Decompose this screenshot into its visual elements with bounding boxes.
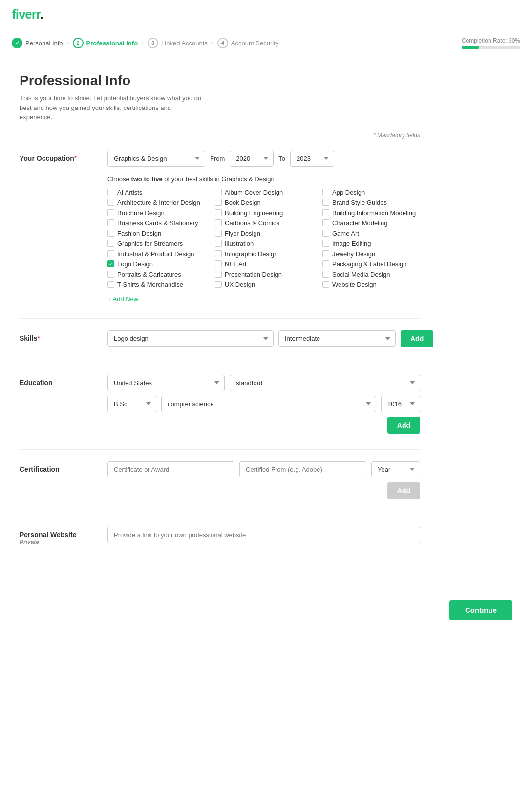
skill-checkbox-image-editing[interactable] (322, 240, 329, 247)
to-year-select[interactable]: 20152016201720182019 2020202120222023 (290, 151, 334, 167)
education-add-row: Add (107, 417, 420, 434)
skill-checkbox-fashion-design[interactable] (107, 230, 114, 237)
skill-checkbox-architecture-interior-design[interactable] (107, 199, 114, 206)
skill-checkbox-illustration[interactable] (215, 240, 222, 247)
skill-checkbox-t-shirts-merchandise[interactable] (107, 281, 114, 288)
skill-label-flyer-design: Flyer Design (225, 230, 260, 237)
skill-label-infographic-design: Infographic Design (225, 250, 277, 258)
cert-year-select[interactable]: Year 2015201620172018 201920202021202220… (371, 461, 420, 477)
step4-num: 4 (217, 38, 228, 48)
occupation-label: Your Occupation* (20, 151, 98, 162)
skill-checkbox-building-engineering[interactable] (215, 209, 222, 216)
skill-checkbox-character-modeling[interactable] (322, 219, 329, 226)
skill-label-app-design: App Design (332, 189, 365, 196)
website-content (107, 527, 420, 543)
website-input[interactable] (107, 527, 420, 543)
education-label: Education (20, 375, 98, 387)
skill-checkbox-ux-design[interactable] (215, 281, 222, 288)
skills-grid: AI ArtistsAlbum Cover DesignApp DesignAr… (107, 189, 420, 288)
skill-label-t-shirts-merchandise: T-Shirts & Merchandise (117, 281, 183, 288)
skill-checkbox-game-art[interactable] (322, 230, 329, 237)
skill-item-ai-artists: AI Artists (107, 189, 205, 196)
website-label-text: Personal Website (20, 531, 98, 539)
skill-checkbox-ai-artists[interactable] (107, 189, 114, 195)
continue-row: Continue (0, 590, 532, 630)
skill-label-album-cover-design: Album Cover Design (225, 189, 283, 196)
education-year-select[interactable]: 2010201120122013 201420152016 2017201820… (381, 396, 420, 412)
skill-item-social-media-design: Social Media Design (322, 271, 420, 278)
skill-checkbox-industrial-product-design[interactable] (107, 250, 114, 257)
skills-input-row: Logo design Illustration Branding Typogr… (107, 330, 433, 347)
skill-level-select[interactable]: Beginner Intermediate Expert (278, 330, 396, 347)
education-country-select[interactable]: United States United Kingdom Canada Aust… (107, 375, 225, 391)
skill-label-book-design: Book Design (225, 199, 261, 206)
from-year-select[interactable]: 20152016201720182019 2020202120222023 (230, 151, 274, 167)
education-university-select[interactable]: standford Harvard MIT (230, 375, 420, 391)
step-personal-info[interactable]: ✓ Personal Info (12, 38, 63, 48)
skill-checkbox-website-design[interactable] (322, 281, 329, 288)
cert-name-input[interactable] (107, 461, 234, 477)
skill-label-business-cards-stationery: Business Cards & Stationery (117, 219, 198, 227)
main-content: Professional Info This is your time to s… (0, 57, 440, 590)
skill-label-cartoons-comics: Cartoons & Comics (225, 219, 279, 227)
step-linked-accounts[interactable]: 3 Linked Accounts (148, 38, 208, 48)
add-new-skill[interactable]: + Add New (107, 295, 138, 303)
skill-checkbox-presentation-design[interactable] (215, 271, 222, 278)
skill-checkbox-portraits-caricatures[interactable] (107, 271, 114, 278)
steps-bar: ✓ Personal Info › 2 Professional Info › … (0, 29, 532, 57)
skill-checkbox-logo-design[interactable] (107, 260, 114, 267)
skill-checkbox-brochure-design[interactable] (107, 209, 114, 216)
mandatory-note: * Mandatory fields (20, 132, 420, 139)
skill-item-building-engineering: Building Engineering (215, 209, 313, 217)
skill-checkbox-packaging-label-design[interactable] (322, 260, 329, 267)
skill-checkbox-graphics-for-streamers[interactable] (107, 240, 114, 247)
step3-label: Linked Accounts (161, 40, 208, 47)
education-add-button[interactable]: Add (387, 417, 420, 434)
skill-select[interactable]: Logo design Illustration Branding Typogr… (107, 330, 274, 347)
page-title: Professional Info (20, 73, 420, 88)
skill-checkbox-cartoons-comics[interactable] (215, 219, 222, 226)
cert-add-button[interactable]: Add (387, 482, 420, 499)
certification-section: Certification Year 2015201620172018 2019… (20, 461, 420, 499)
education-major-select[interactable]: compter science Software Engineering Inf… (161, 396, 376, 412)
skills-add-button[interactable]: Add (401, 330, 433, 347)
skill-label-building-information-modeling: Building Information Modeling (332, 209, 416, 217)
skill-checkbox-nft-art[interactable] (215, 260, 222, 267)
divider-3 (20, 449, 420, 450)
skill-checkbox-flyer-design[interactable] (215, 230, 222, 237)
skill-label-jewelry-design: Jewelry Design (332, 250, 375, 258)
personal-website-section: Personal Website Private (20, 527, 420, 545)
education-row1: United States United Kingdom Canada Aust… (107, 375, 420, 391)
skill-checkbox-jewelry-design[interactable] (322, 250, 329, 257)
skill-label-character-modeling: Character Modeling (332, 219, 387, 227)
cert-from-input[interactable] (239, 461, 366, 477)
skill-item-website-design: Website Design (322, 281, 420, 288)
occupation-select[interactable]: Graphics & Design Digital Marketing Writ… (107, 151, 205, 167)
skill-item-character-modeling: Character Modeling (322, 219, 420, 227)
skill-checkbox-business-cards-stationery[interactable] (107, 219, 114, 226)
skill-checkbox-brand-style-guides[interactable] (322, 199, 329, 206)
occupation-row: Graphics & Design Digital Marketing Writ… (107, 151, 420, 167)
certification-content: Year 2015201620172018 201920202021202220… (107, 461, 420, 499)
continue-button[interactable]: Continue (449, 600, 512, 620)
skill-checkbox-building-information-modeling[interactable] (322, 209, 329, 216)
step-professional-info[interactable]: 2 Professional Info (73, 38, 138, 48)
occupation-section: Your Occupation* Graphics & Design Digit… (20, 151, 420, 303)
step-account-security[interactable]: 4 Account Security (217, 38, 279, 48)
skill-item-industrial-product-design: Industrial & Product Design (107, 250, 205, 258)
skill-checkbox-app-design[interactable] (322, 189, 329, 195)
completion-fill (462, 46, 479, 49)
skill-label-social-media-design: Social Media Design (332, 271, 390, 278)
skill-item-brand-style-guides: Brand Style Guides (322, 199, 420, 206)
skill-checkbox-book-design[interactable] (215, 199, 222, 206)
skill-checkbox-infographic-design[interactable] (215, 250, 222, 257)
cert-add-row: Add (107, 482, 420, 499)
step2-label: Professional Info (86, 40, 138, 47)
education-degree-select[interactable]: B.Sc. B.A. M.Sc. M.A. Ph.D. MBA (107, 396, 156, 412)
skill-item-flyer-design: Flyer Design (215, 230, 313, 237)
skill-checkbox-album-cover-design[interactable] (215, 189, 222, 195)
skill-item-graphics-for-streamers: Graphics for Streamers (107, 240, 205, 247)
skill-checkbox-social-media-design[interactable] (322, 271, 329, 278)
skill-label-portraits-caricatures: Portraits & Caricatures (117, 271, 181, 278)
page-description: This is your time to shine. Let potentia… (20, 93, 205, 122)
